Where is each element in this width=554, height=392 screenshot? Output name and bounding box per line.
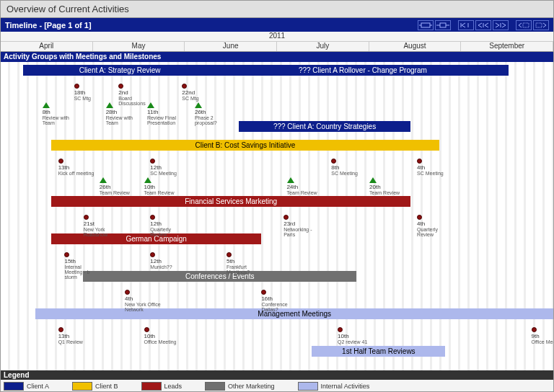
dot-icon	[64, 252, 69, 257]
activity-bar[interactable]: Client A: Strategy Review	[23, 65, 217, 76]
milestone[interactable]: 23rdNetworking - Paris	[283, 215, 312, 237]
milestone[interactable]: 9thOffice Meeting	[532, 327, 554, 344]
milestone-label: Team Review	[100, 190, 136, 195]
milestone[interactable]: 20thTeam Review	[369, 177, 398, 195]
milestone-label: Q2 review 41	[338, 339, 374, 344]
zoom-out-icon[interactable]	[418, 20, 434, 30]
milestone-label: Team Review	[144, 190, 180, 195]
milestone-label: Frankfurt Meetings?	[227, 264, 263, 275]
milestone[interactable]: 5thFrankfurt Meetings?	[227, 252, 255, 275]
milestone-label: Office Meeting	[144, 339, 180, 344]
triangle-icon	[147, 102, 154, 108]
toolbar-icons	[418, 20, 549, 30]
triangle-icon	[287, 177, 294, 183]
milestone[interactable]: 13thQ1 Review	[58, 327, 87, 344]
legend-swatch	[4, 382, 24, 391]
milestone-date: 15th	[64, 258, 76, 264]
legend: Client AClient BLeadsOther MarketingInte…	[1, 380, 553, 392]
milestone-label: Review Final Presentation	[147, 115, 183, 125]
dot-icon	[417, 215, 422, 220]
scroll-first-icon[interactable]	[458, 20, 474, 30]
milestone-date: 8th	[331, 164, 339, 171]
milestone-label: Quarterly Review	[150, 227, 186, 237]
milestone-label: Office Meeting	[532, 339, 554, 344]
month-label: July	[277, 42, 369, 51]
dot-icon	[150, 252, 155, 257]
milestone-date: 12th	[150, 164, 162, 171]
milestone[interactable]: 8thSC Meeting	[331, 159, 360, 176]
dot-icon	[58, 159, 63, 164]
month-label: May	[93, 42, 185, 51]
milestone-date: 20th	[369, 184, 381, 190]
triangle-icon	[144, 177, 151, 183]
milestone[interactable]: 10thQ2 review 41	[338, 327, 366, 344]
page-next-icon[interactable]	[533, 20, 549, 30]
milestone[interactable]: 10thTeam Review	[144, 177, 173, 195]
milestone[interactable]: 15thInternal Meeting - b storm	[64, 252, 93, 280]
milestone[interactable]: 10thOffice Meeting	[144, 327, 173, 344]
activity-bar[interactable]: ??? Client A Rollover - Change Program	[216, 65, 509, 76]
activity-bar[interactable]: Financial Services Marketing	[51, 196, 410, 207]
milestone-date: 11th	[147, 109, 159, 115]
milestone[interactable]: 12thSC Meeting	[150, 159, 179, 176]
milestone-label: SC Meeting	[331, 171, 367, 176]
milestone-label: Networking - Paris	[283, 227, 320, 237]
legend-header: Legend	[1, 370, 553, 380]
milestone-label: Quarterly Review	[417, 227, 453, 237]
milestone[interactable]: 11thReview Final Presentation	[147, 102, 176, 125]
milestone-label: New York Roadshow	[84, 227, 120, 237]
milestone[interactable]: 16thConference Dallas?	[261, 290, 290, 312]
milestone-label: Q1 Review	[58, 339, 94, 344]
activity-bar[interactable]: ??? Client A: Country Strategies	[239, 121, 410, 132]
activity-bar[interactable]: Client B: Cost Savings Initiative	[51, 140, 439, 151]
timeline-label: Timeline - [Page 1 of 1]	[5, 21, 92, 30]
milestone-label: Phase 2 proposal?	[195, 115, 231, 125]
scroll-prev-icon[interactable]	[475, 20, 491, 30]
legend-label: Client A	[27, 383, 49, 390]
milestone-date: 24th	[287, 184, 299, 190]
milestone-label: SC Mtg	[74, 96, 110, 101]
svg-rect-2	[523, 23, 529, 27]
milestone[interactable]: 13thKick off meeting	[58, 159, 87, 176]
milestone-date: 2nd	[118, 89, 128, 96]
milestone-label: Munich??	[150, 264, 186, 270]
zoom-in-icon[interactable]	[435, 20, 451, 30]
milestone[interactable]: 28thReview with Team	[106, 102, 135, 125]
page-title: Overview of Current Activities	[1, 1, 553, 18]
milestone[interactable]: 4thSC Meeting	[417, 159, 446, 176]
milestone-date: 8th	[43, 109, 50, 115]
legend-swatch	[205, 382, 225, 391]
milestone[interactable]: 8thReview with Team	[43, 102, 71, 125]
milestone[interactable]: 4thQuarterly Review	[417, 215, 446, 237]
milestone-date: 26th	[195, 109, 206, 115]
milestone[interactable]: 18thSC Mtg	[74, 84, 103, 101]
svg-rect-3	[536, 23, 542, 27]
dot-icon	[118, 84, 123, 89]
scroll-next-icon[interactable]	[493, 20, 509, 30]
dot-icon	[182, 84, 187, 89]
dot-icon	[261, 290, 266, 295]
milestone-label: SC Meeting	[417, 171, 453, 176]
triangle-icon	[106, 102, 113, 108]
milestone-date: 10th	[338, 333, 349, 339]
triangle-icon	[100, 177, 107, 183]
milestone[interactable]: 12thQuarterly Review	[150, 215, 179, 237]
milestone[interactable]: 12thMunich??	[150, 252, 179, 270]
milestone[interactable]: 24thTeam Review	[287, 177, 316, 195]
milestone[interactable]: 22ndSC Mtg	[182, 84, 211, 101]
milestone-date: 26th	[100, 184, 111, 190]
milestone[interactable]: 21stNew York Roadshow	[84, 215, 113, 237]
activity-bar[interactable]: Conferences / Events	[83, 271, 356, 282]
activity-bar[interactable]: 1st Half Team Reviews	[312, 346, 445, 357]
legend-label: Other Marketing	[228, 383, 275, 390]
legend-label: Client B	[95, 383, 118, 390]
year-label: 2011	[1, 32, 553, 42]
milestone-label: Review with Team	[43, 115, 79, 125]
legend-swatch	[298, 382, 318, 391]
milestone-date: 12th	[150, 220, 162, 227]
legend-label: Internal Activities	[321, 383, 370, 390]
page-prev-icon[interactable]	[516, 20, 532, 30]
milestone[interactable]: 26thPhase 2 proposal?	[195, 102, 224, 125]
milestone[interactable]: 4thNew York Office Network	[125, 290, 154, 312]
milestone[interactable]: 26thTeam Review	[100, 177, 128, 195]
